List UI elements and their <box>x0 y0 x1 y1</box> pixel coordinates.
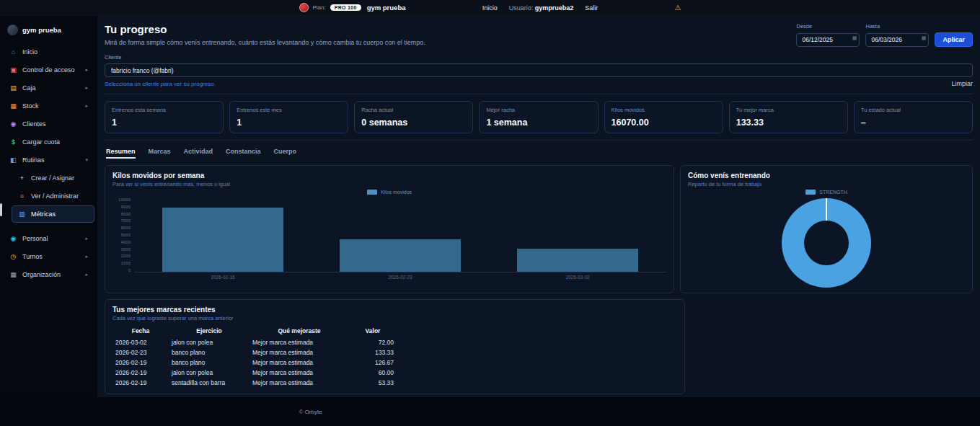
sidebar-item-turnos[interactable]: ◷ Turnos ▸ <box>3 248 94 265</box>
routines-icon: ◧ <box>9 156 17 164</box>
stat-card-entrenos-semana: Entrenos esta semana 1 <box>105 101 224 133</box>
x-axis: 2026-02-16 2026-02-23 2026-03-02 <box>134 275 666 280</box>
nav-inicio[interactable]: Inicio <box>482 4 498 12</box>
metrics-icon: ▥ <box>18 210 26 218</box>
aplicar-button[interactable]: Aplicar <box>935 32 973 47</box>
cliente-input[interactable] <box>105 63 973 77</box>
date-range-controls: Desde ▦ Hasta ▦ Aplicar <box>796 23 973 47</box>
col-header-ejercicio: Ejercicio <box>169 326 250 337</box>
sidebar-item-label: Crear / Asignar <box>31 174 74 182</box>
col-header-mejoraste: Qué mejoraste <box>250 326 349 337</box>
sidebar-item-ver-administrar[interactable]: ≡ Ver / Administrar <box>12 187 94 205</box>
sidebar-gym-name: gym prueba <box>22 26 61 34</box>
chevron-right-icon: ▸ <box>85 67 88 73</box>
y-tick: 6000 <box>121 226 131 230</box>
tab-marcas[interactable]: Marcas <box>149 148 171 159</box>
legend-swatch <box>805 190 816 195</box>
sidebar-item-caja[interactable]: ▤ Caja ▸ <box>3 79 94 97</box>
sidebar-item-rutinas[interactable]: ◧ Rutinas ▾ <box>3 151 94 169</box>
y-tick: 3000 <box>121 247 131 252</box>
legend-label: STRENGTH <box>819 190 847 195</box>
col-header-valor: Valor <box>349 326 397 337</box>
chevron-down-icon: ▾ <box>85 157 88 163</box>
cell-mejoraste: Mejor marca estimada <box>250 368 349 378</box>
stat-value: 1 <box>237 117 341 128</box>
plan-label: Plan: <box>313 4 326 11</box>
y-tick: 9000 <box>121 205 131 209</box>
stat-label: Mejor racha <box>486 107 591 113</box>
calendar-icon[interactable]: ▦ <box>922 35 927 41</box>
stat-value: 16070.00 <box>612 117 716 128</box>
stat-label: Tu estado actual <box>861 107 966 113</box>
stat-label: Tu mejor marca <box>736 107 841 113</box>
tab-constancia[interactable]: Constancia <box>226 148 261 159</box>
bar-chart-legend: Kilos movidos <box>112 190 666 195</box>
stat-value: 0 semanas <box>361 117 466 128</box>
nav-salir[interactable]: Salir <box>585 4 598 12</box>
sidebar-item-clientes[interactable]: ◉ Clientes <box>3 115 94 133</box>
cell-ejercicio: sentadilla con barra <box>169 378 250 388</box>
sidebar-scrollbar-thumb[interactable] <box>0 203 2 216</box>
stat-card-mejor-racha: Mejor racha 1 semana <box>479 101 598 133</box>
table-row: 2026-02-19 sentadilla con barra Mejor ma… <box>112 378 397 388</box>
stat-label: Entrenos este mes <box>237 107 341 113</box>
copyright: © Orbyte <box>299 409 322 415</box>
divider <box>105 140 973 141</box>
cell-ejercicio: banco plano <box>169 347 250 358</box>
stat-card-estado-actual: Tu estado actual – <box>854 101 973 133</box>
sidebar-item-metricas[interactable]: ▥ Métricas <box>12 205 94 223</box>
home-icon: ⌂ <box>9 48 17 56</box>
y-tick: 2000 <box>121 254 131 258</box>
sidebar-item-stock[interactable]: ▦ Stock ▸ <box>3 97 94 115</box>
cliente-hint: Selecciona un cliente para ver su progre… <box>105 81 216 87</box>
records-table: Fecha Ejercicio Qué mejoraste Valor 2026… <box>112 326 397 388</box>
page-subtitle: Mirá de forma simple cómo venís entrenan… <box>105 39 425 46</box>
gym-avatar <box>7 25 18 35</box>
access-control-icon: ▣ <box>9 66 17 74</box>
bar-week-3 <box>517 249 637 272</box>
records-title: Tus mejores marcas recientes <box>112 306 677 314</box>
sidebar-item-inicio[interactable]: ⌂ Inicio <box>3 43 94 61</box>
legend-swatch <box>367 190 377 195</box>
sidebar-item-control-de-acceso[interactable]: ▣ Control de acceso ▸ <box>3 61 94 79</box>
donut-chart-card: Cómo venís entrenando Reparto de tu form… <box>680 165 973 293</box>
nav-usuario[interactable]: Usuario: gymprueba2 <box>509 4 574 12</box>
col-header-fecha: Fecha <box>112 326 169 337</box>
legend-label: Kilos movidos <box>381 190 412 195</box>
limpiar-button[interactable]: Limpiar <box>951 80 973 87</box>
y-tick: 0 <box>128 268 131 272</box>
plus-icon: + <box>18 174 26 182</box>
cell-mejoraste: Mejor marca estimada <box>250 337 349 347</box>
app-logo <box>299 3 309 12</box>
tab-actividad[interactable]: Actividad <box>184 148 213 159</box>
footer: © Orbyte <box>0 397 980 426</box>
sidebar-item-label: Caja <box>22 84 36 92</box>
tab-cuerpo[interactable]: Cuerpo <box>274 148 297 159</box>
desde-label: Desde <box>796 23 860 30</box>
tabs: Resumen Marcas Actividad Constancia Cuer… <box>106 148 971 159</box>
stat-card-entrenos-mes: Entrenos este mes 1 <box>229 101 348 133</box>
sidebar-item-organizacion[interactable]: ▦ Organización ▸ <box>3 266 94 283</box>
desde-input[interactable] <box>796 33 860 47</box>
chevron-right-icon: ▸ <box>85 254 88 259</box>
donut-chart-legend: STRENGTH <box>688 190 965 195</box>
tab-resumen[interactable]: Resumen <box>106 148 136 159</box>
table-row: 2026-02-23 banco plano Mejor marca estim… <box>112 347 397 358</box>
main-content: Tu progreso Mirá de forma simple cómo ve… <box>97 16 980 397</box>
organization-icon: ▦ <box>9 271 17 278</box>
cash-register-icon: ▤ <box>9 84 17 92</box>
stat-label: Entrenos esta semana <box>112 107 216 113</box>
y-axis: 10000 9000 8000 7000 6000 5000 4000 3000… <box>112 198 134 272</box>
cell-fecha: 2026-03-02 <box>112 337 169 347</box>
page-title: Tu progreso <box>105 23 425 35</box>
calendar-icon[interactable]: ▦ <box>852 35 857 41</box>
personal-icon: ◉ <box>9 235 17 242</box>
sidebar-item-personal[interactable]: ◉ Personal ▸ <box>3 230 94 247</box>
chevron-right-icon: ▸ <box>85 236 88 241</box>
usuario-value: gymprueba2 <box>535 4 574 12</box>
sidebar-item-cargar-cuota[interactable]: $ Cargar cuota <box>3 133 94 151</box>
hasta-input[interactable] <box>865 33 929 47</box>
sidebar-item-crear-asignar[interactable]: + Crear / Asignar <box>12 169 94 187</box>
list-icon: ≡ <box>18 192 26 200</box>
notification-icon[interactable]: ⚠ <box>675 4 681 12</box>
